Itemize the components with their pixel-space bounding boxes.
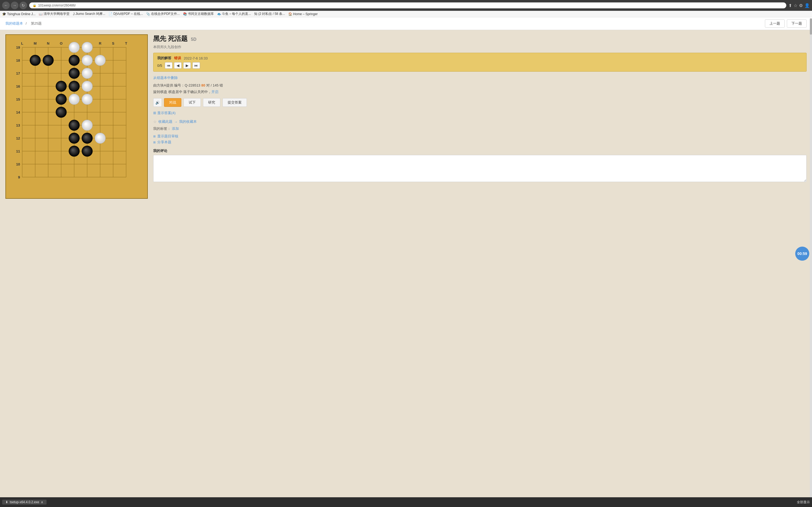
bookmark-tsinghua[interactable]: 🎓 Tsinghua Online J...	[2, 12, 36, 16]
prev-problem-button[interactable]: 上一题	[765, 19, 785, 27]
bookmark-label-tsinghua: Tsinghua Online J...	[7, 12, 36, 16]
board-wrapper	[6, 35, 147, 198]
answer-box: 我的解答 错误 2022-7-6 16:33 0/5 ⏮ ◀ ▶ ⏭	[153, 53, 807, 72]
bookmark-icon-springer: 🏠	[288, 12, 292, 16]
info-separator: 对 /	[206, 83, 213, 87]
sound-button[interactable]: 🔊	[153, 98, 162, 107]
main-content: 黑先 死活题 5D 本田邦久九段创作 我的解答 错误 2022-7-6 16:3…	[0, 30, 812, 203]
correct-count-link[interactable]: 80	[201, 83, 205, 87]
star-icon[interactable]: ☆	[153, 119, 157, 124]
collect-link[interactable]: 收藏此题	[158, 119, 172, 124]
bookmark-jiumo[interactable]: J Jiumo Search 鸠摩...	[73, 12, 105, 16]
comment-textarea[interactable]	[153, 155, 807, 182]
problem-author: 本田邦久九段创作	[153, 45, 807, 50]
show-answers-link[interactable]: ⊞ 显示答案(4)	[153, 111, 807, 115]
refresh-button[interactable]: ↻	[19, 2, 27, 9]
settings-open-link[interactable]: 开启	[211, 90, 218, 94]
scroll-thumb[interactable]	[810, 18, 812, 35]
bookmark-icon-zhihu: 知	[254, 12, 257, 16]
browser-chrome: ← → ↻ 🔒 101weiqi.cn/error/260486/ ⬆ ☆ ⚙ …	[0, 0, 812, 11]
bookmark-djvu[interactable]: 📄 DjVu转PDF – 在线...	[108, 12, 143, 16]
bookmark-icon-tsinghua: 🎓	[2, 12, 6, 16]
bookmark-icon-jiumo: J	[73, 12, 74, 16]
bookmark-label-zhihu: (2 封私信 / 58 条...	[258, 12, 285, 16]
trial-button[interactable]: 试下	[184, 98, 201, 107]
bookmark-icon-djvu: 📄	[108, 12, 113, 16]
breadcrumb: 我的错题本 / 第25题	[5, 21, 43, 26]
collect-row: ☆ 收藏此题 → 我的收藏本	[153, 119, 807, 124]
breadcrumb-parent[interactable]: 我的错题本	[5, 21, 23, 25]
my-collection-link[interactable]: 我的收藏本	[179, 119, 197, 124]
share-icon[interactable]: ⬆	[789, 3, 792, 8]
share-expand-icon: ⊞	[153, 140, 156, 144]
action-links: 从错题本中删除	[153, 75, 807, 80]
battle-button[interactable]: 对战	[164, 98, 181, 107]
forward-button[interactable]: →	[11, 2, 18, 9]
show-review-label: 显示题目审核	[157, 134, 179, 138]
bookmark-wanglu[interactable]: 📖 清华大学网络学堂	[39, 12, 69, 16]
nav-first-button[interactable]: ⏮	[165, 62, 172, 69]
bookmark-label-djvu: DjVu转PDF – 在线...	[113, 12, 143, 16]
info-provider: 由方块A提供 编号：Q-228513	[153, 83, 200, 87]
bookmark-label-springer: Home – Springer	[293, 12, 318, 16]
problem-title-text: 黑先 死活题	[153, 35, 188, 42]
extra-links: ⊞ 显示题目审核 ⊞ 分享本题	[153, 134, 807, 145]
scrollbar[interactable]	[810, 18, 812, 203]
browser-actions[interactable]: ⬆ ☆ ⚙ 👤	[789, 3, 810, 8]
comment-section: 我的评论	[153, 149, 807, 183]
share-link[interactable]: ⊞ 分享本题	[153, 140, 807, 145]
bookmark-label-douyu: 斗鱼 – 每个人的直...	[222, 12, 251, 16]
tag-row: 我的标签： 添加	[153, 126, 807, 131]
problem-difficulty: 5D	[191, 37, 196, 42]
right-panel: 黑先 死活题 5D 本田邦久九段创作 我的解答 错误 2022-7-6 16:3…	[153, 34, 807, 199]
show-review-link[interactable]: ⊞ 显示题目审核	[153, 134, 807, 139]
settings-row: 旋转棋盘 棋盘居中 落子确认关闭中，开启	[153, 90, 807, 94]
add-tag-link[interactable]: 添加	[172, 126, 179, 130]
bookmark-douyu[interactable]: 🐟 斗鱼 – 每个人的直...	[217, 12, 251, 16]
nav-last-button[interactable]: ⏭	[193, 62, 200, 69]
next-problem-button[interactable]: 下一题	[787, 19, 807, 27]
extensions-icon[interactable]: ⚙	[799, 3, 803, 8]
nav-next-button[interactable]: ▶	[183, 62, 191, 69]
answer-time: 2022-7-6 16:33	[184, 56, 208, 60]
info-row: 由方块A提供 编号：Q-228513 80 对 / 145 错	[153, 83, 807, 88]
settings-text: 旋转棋盘 棋盘居中 落子确认关闭中，开启	[153, 90, 218, 94]
back-button[interactable]: ←	[2, 2, 10, 9]
answer-status: 错误	[174, 56, 181, 61]
url-text: 101weiqi.cn/error/260486/	[38, 3, 76, 7]
nav-prev-button[interactable]: ◀	[174, 62, 182, 69]
tag-label: 我的标签：	[153, 126, 171, 130]
comment-label: 我的评论	[153, 149, 807, 153]
lock-icon: 🔒	[33, 3, 37, 7]
bookmark-icon-books: 📚	[183, 12, 187, 16]
bookmark-label-books: 书同文古籍数据库	[188, 12, 214, 16]
wrong-unit: 错	[219, 83, 223, 87]
answer-counter: 0/5	[157, 64, 162, 68]
answer-row: 我的解答 错误 2022-7-6 16:33	[157, 56, 803, 61]
browser-nav-buttons[interactable]: ← → ↻	[2, 2, 27, 9]
bookmark-pdf[interactable]: 📎 在线合并PDF文件...	[146, 12, 180, 16]
bookmark-zhihu[interactable]: 知 (2 封私信 / 58 条...	[254, 12, 285, 16]
breadcrumb-separator: /	[26, 21, 28, 25]
breadcrumb-current: 第25题	[31, 21, 42, 25]
bookmark-books[interactable]: 📚 书同文古籍数据库	[183, 12, 214, 16]
arrow-icon: →	[174, 120, 177, 124]
total-count: 145	[213, 83, 219, 87]
review-expand-icon: ⊞	[153, 135, 156, 138]
page-nav-buttons: 上一题 下一题	[765, 19, 807, 27]
bookmark-label-wanglu: 清华大学网络学堂	[44, 12, 69, 16]
bookmark-icon-pdf: 📎	[146, 12, 150, 16]
star-browser-icon[interactable]: ☆	[794, 3, 797, 8]
address-bar[interactable]: 🔒 101weiqi.cn/error/260486/	[29, 2, 786, 8]
bookmark-springer[interactable]: 🏠 Home – Springer	[288, 12, 318, 16]
profile-icon[interactable]: 👤	[804, 3, 810, 8]
bookmark-icon-wanglu: 📖	[39, 12, 43, 16]
bookmark-icon-douyu: 🐟	[217, 12, 221, 16]
submit-button[interactable]: 提交答案	[222, 98, 247, 107]
go-board-canvas[interactable]	[14, 40, 142, 193]
answer-label: 我的解答	[157, 56, 171, 61]
research-button[interactable]: 研究	[203, 98, 220, 107]
delete-from-errors-link[interactable]: 从错题本中删除	[153, 75, 807, 80]
go-board-container[interactable]	[5, 34, 148, 199]
problem-title: 黑先 死活题 5D	[153, 34, 807, 43]
